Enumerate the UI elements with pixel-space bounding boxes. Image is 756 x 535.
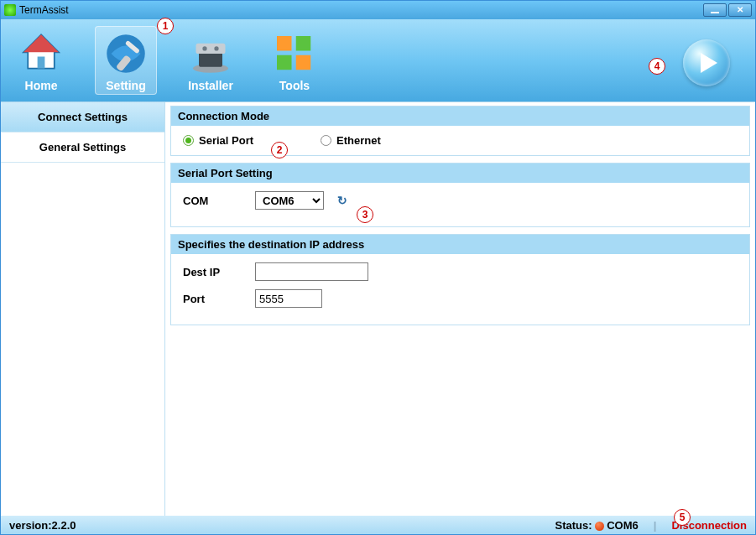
- app-icon: [4, 4, 16, 16]
- refresh-icon[interactable]: ↻: [337, 194, 347, 207]
- radio-dot-icon: [321, 135, 331, 146]
- dest-ip-label: Dest IP: [183, 266, 242, 278]
- home-icon: [18, 30, 65, 77]
- svg-rect-1: [38, 57, 45, 69]
- toolbar-label-tools: Tools: [279, 79, 310, 92]
- panel-connection-mode: Connection Mode Serial Port Ethernet: [170, 106, 750, 156]
- main-area: Connect Settings General Settings Connec…: [1, 101, 755, 516]
- port-label: Port: [183, 293, 242, 305]
- svg-marker-2: [23, 34, 59, 52]
- toolbar-item-installer[interactable]: Installer: [180, 27, 241, 94]
- toolbar: Home Setting Installer Tools: [1, 19, 755, 101]
- sidebar-item-label: General Settings: [39, 141, 126, 153]
- app-title: TermAssist: [19, 4, 69, 16]
- radio-serial-port[interactable]: Serial Port: [183, 134, 253, 147]
- content: Connection Mode Serial Port Ethernet Ser…: [165, 102, 755, 516]
- toolbar-item-setting[interactable]: Setting: [95, 26, 157, 95]
- com-label: COM: [183, 195, 242, 207]
- version-text: version:2.2.0: [9, 519, 76, 532]
- svg-rect-13: [277, 55, 292, 70]
- installer-icon: [187, 30, 234, 77]
- play-button[interactable]: [683, 39, 730, 86]
- sidebar-item-general-settings[interactable]: General Settings: [1, 132, 164, 163]
- toolbar-label-installer: Installer: [188, 79, 233, 92]
- status-text: Status: COM6: [555, 519, 639, 532]
- annotation-3: 3: [357, 206, 373, 223]
- toolbar-item-home[interactable]: Home: [11, 27, 71, 94]
- setting-globe-icon: [102, 30, 149, 77]
- statusbar: version:2.2.0 Status: COM6 | Disconnecti…: [1, 516, 755, 534]
- svg-rect-8: [196, 44, 226, 54]
- panel-header: Specifies the destination IP address: [171, 235, 749, 254]
- svg-rect-14: [296, 55, 311, 70]
- svg-point-10: [214, 46, 218, 50]
- panel-dest-ip: Specifies the destination IP address Des…: [170, 234, 750, 325]
- panel-serial-port-setting: Serial Port Setting COM COM6 ↻: [170, 163, 750, 227]
- annotation-4: 4: [649, 58, 665, 75]
- svg-point-9: [202, 46, 206, 50]
- annotation-2: 2: [271, 142, 288, 158]
- annotation-1: 1: [157, 18, 174, 34]
- com-select[interactable]: COM6: [255, 191, 324, 210]
- radio-label: Ethernet: [336, 134, 381, 147]
- port-input[interactable]: [255, 289, 322, 308]
- sidebar-item-connect-settings[interactable]: Connect Settings: [1, 102, 164, 132]
- sidebar-item-label: Connect Settings: [38, 111, 128, 123]
- radio-label: Serial Port: [199, 134, 253, 147]
- toolbar-item-tools[interactable]: Tools: [264, 27, 325, 94]
- radio-dot-icon: [183, 135, 194, 146]
- status-dot-icon: [595, 522, 604, 531]
- toolbar-label-home: Home: [25, 79, 58, 92]
- tools-grid-icon: [271, 30, 318, 77]
- panel-header: Connection Mode: [171, 106, 749, 126]
- dest-ip-input[interactable]: [255, 262, 368, 281]
- close-button[interactable]: [728, 3, 752, 17]
- svg-rect-12: [296, 36, 311, 51]
- sidebar: Connect Settings General Settings: [1, 102, 165, 516]
- svg-rect-11: [277, 36, 292, 51]
- minimize-button[interactable]: [703, 3, 727, 17]
- annotation-5: 5: [674, 509, 691, 526]
- titlebar: TermAssist: [1, 1, 755, 19]
- panel-header: Serial Port Setting: [171, 164, 749, 183]
- toolbar-label-setting: Setting: [106, 79, 145, 92]
- radio-ethernet[interactable]: Ethernet: [321, 134, 381, 147]
- separator: |: [654, 519, 657, 532]
